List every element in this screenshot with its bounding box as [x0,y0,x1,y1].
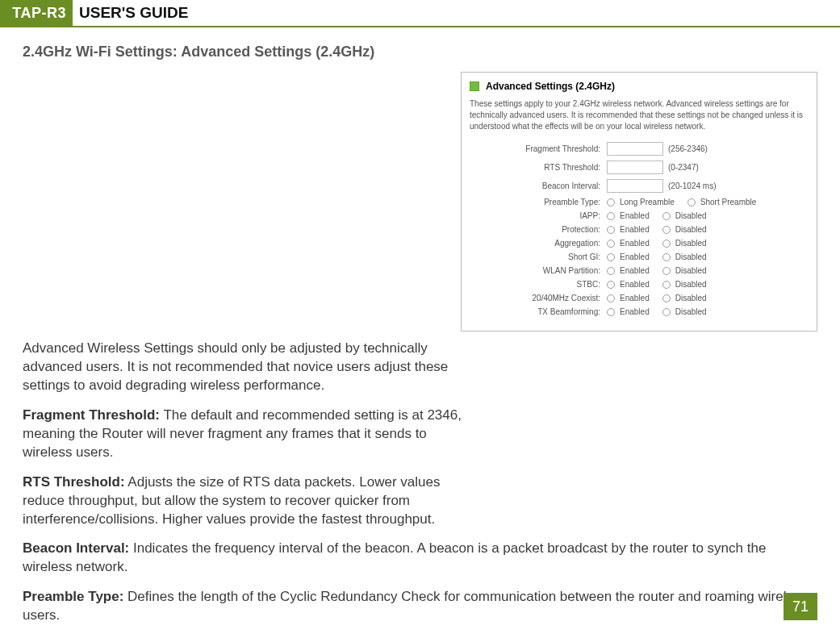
section-title: 2.4GHz Wi-Fi Settings: Advanced Settings… [23,44,817,60]
radio-label: Enabled [620,266,650,275]
form-label: Beacon Interval: [470,181,607,190]
radio-disabled[interactable] [662,267,671,275]
form-label: Short GI: [470,252,607,261]
radio-disabled[interactable] [662,253,671,261]
rts-label: RTS Threshold: [23,474,125,490]
radio-enabled[interactable] [607,226,615,234]
radio-label: Enabled [620,307,650,316]
preamble-label: Preamble Type: [23,589,123,604]
form-label: TX Beamforming: [470,307,607,316]
form-label: RTS Threshold: [470,163,607,172]
hint: (256-2346) [668,144,708,153]
radio-disabled[interactable] [662,226,671,234]
intro-paragraph: Advanced Wireless Settings should only b… [23,340,462,395]
form-label: STBC: [470,280,607,289]
beacon-interval-input[interactable] [607,179,663,193]
rts-threshold-input[interactable] [607,161,663,174]
radio-short-preamble[interactable] [687,198,696,206]
radio-label: Enabled [620,280,650,289]
row-2040-coexist: 20/40MHz Coexist: Enabled Disabled [470,294,809,302]
row-fragment-threshold: Fragment Threshold: (256-2346) [470,142,809,156]
radio-label: Disabled [675,239,707,248]
row-rts-threshold: RTS Threshold: (0-2347) [470,161,809,174]
form-label: 20/40MHz Coexist: [470,294,607,302]
square-icon [470,81,479,91]
panel-title-text: Advanced Settings (2.4GHz) [486,81,615,92]
radio-enabled[interactable] [607,212,615,220]
radio-label: Enabled [620,211,650,220]
radio-disabled[interactable] [662,212,671,220]
left-column: Advanced Wireless Settings should only b… [23,340,462,540]
radio-disabled[interactable] [662,308,671,316]
radio-label: Enabled [620,294,650,302]
radio-label: Disabled [675,211,707,220]
hint: (0-2347) [668,163,699,172]
row-protection: Protection: Enabled Disabled [470,225,809,234]
panel-title-row: Advanced Settings (2.4GHz) [470,81,809,92]
radio-long-preamble[interactable] [607,198,615,206]
doc-title: USER'S GUIDE [73,0,188,26]
row-iapp: IAPP: Enabled Disabled [470,211,809,220]
settings-panel: Advanced Settings (2.4GHz) These setting… [461,72,817,332]
radio-label: Disabled [675,225,707,234]
radio-label: Enabled [620,225,650,234]
radio-disabled[interactable] [662,294,671,302]
row-beacon-interval: Beacon Interval: (20-1024 ms) [470,179,809,193]
radio-label: Short Preamble [700,198,756,206]
fragment-threshold-input[interactable] [607,142,663,156]
radio-disabled[interactable] [662,240,671,248]
hint: (20-1024 ms) [668,181,716,190]
preamble-text: Defines the length of the Cyclic Redunda… [23,589,808,623]
radio-label: Enabled [620,252,650,261]
row-stbc: STBC: Enabled Disabled [470,280,809,289]
form-label: Protection: [470,225,607,234]
form-label: WLAN Partition: [470,266,607,275]
radio-enabled[interactable] [607,267,615,275]
page-number-badge: 71 [784,593,817,620]
row-preamble-type: Preamble Type: Long Preamble Short Pream… [470,198,809,206]
doc-header: TAP-R3 USER'S GUIDE [0,0,840,27]
radio-enabled[interactable] [607,281,615,289]
radio-disabled[interactable] [662,281,671,289]
beacon-text: Indicates the frequency interval of the … [23,540,766,574]
row-aggregation: Aggregation: Enabled Disabled [470,239,809,248]
radio-enabled[interactable] [607,308,615,316]
preamble-paragraph: Preamble Type: Defines the length of the… [23,588,817,625]
fragment-label: Fragment Threshold: [23,407,160,423]
radio-label: Enabled [620,239,650,248]
radio-label: Disabled [675,266,707,275]
radio-enabled[interactable] [607,294,615,302]
fragment-paragraph: Fragment Threshold: The default and reco… [23,407,462,462]
panel-description: These settings apply to your 2.4GHz wire… [470,98,809,132]
radio-enabled[interactable] [607,240,615,248]
form-label: Fragment Threshold: [470,144,607,153]
form-label: IAPP: [470,211,607,220]
beacon-paragraph: Beacon Interval: Indicates the frequency… [23,540,817,577]
row-wlan-partition: WLAN Partition: Enabled Disabled [470,266,809,275]
form-label: Preamble Type: [470,198,607,206]
form-label: Aggregation: [470,239,607,248]
row-short-gi: Short GI: Enabled Disabled [470,252,809,261]
beacon-label: Beacon Interval: [23,540,129,556]
radio-label: Long Preamble [620,198,675,206]
radio-label: Disabled [675,280,707,289]
product-badge: TAP-R3 [0,0,73,26]
radio-label: Disabled [675,294,707,302]
rts-paragraph: RTS Threshold: Adjusts the size of RTS d… [23,473,462,529]
radio-label: Disabled [675,252,707,261]
radio-enabled[interactable] [607,253,615,261]
row-tx-beamforming: TX Beamforming: Enabled Disabled [470,307,809,316]
radio-label: Disabled [675,307,707,316]
